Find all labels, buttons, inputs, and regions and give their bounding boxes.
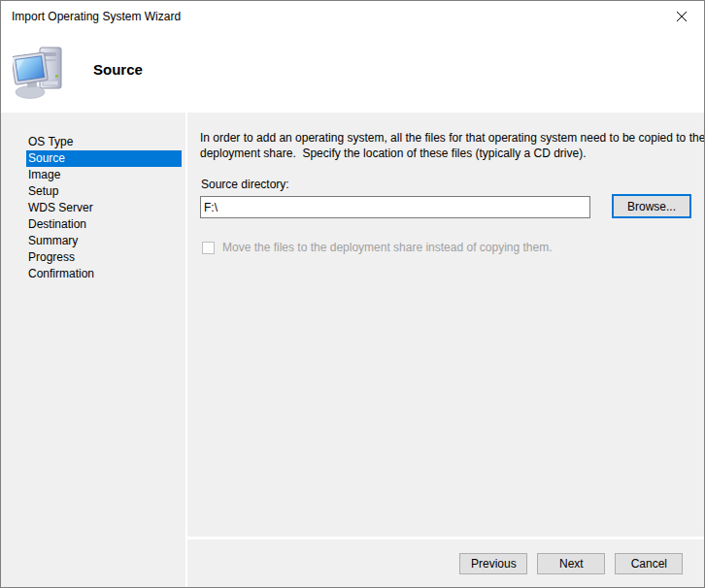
computer-icon xyxy=(13,46,69,100)
browse-button[interactable]: Browse... xyxy=(612,194,691,218)
close-button[interactable] xyxy=(659,1,704,31)
move-files-checkbox-label: Move the files to the deployment share i… xyxy=(222,241,553,254)
window-title: Import Operating System Wizard xyxy=(12,10,181,23)
sidebar-item-os-type[interactable]: OS Type xyxy=(26,134,182,150)
move-files-checkbox-row: Move the files to the deployment share i… xyxy=(200,241,705,254)
source-directory-label: Source directory: xyxy=(200,178,705,191)
sidebar-item-summary[interactable]: Summary xyxy=(26,233,182,249)
wizard-header: Source xyxy=(1,31,704,113)
sidebar-item-progress[interactable]: Progress xyxy=(26,249,182,266)
next-button[interactable]: Next xyxy=(537,553,605,574)
close-icon xyxy=(676,11,688,22)
titlebar: Import Operating System Wizard xyxy=(1,1,704,31)
move-files-checkbox[interactable] xyxy=(202,242,215,254)
footer-button-bar: Previous Next Cancel xyxy=(187,537,705,587)
cancel-button[interactable]: Cancel xyxy=(615,553,683,574)
source-directory-input[interactable] xyxy=(200,196,590,218)
wizard-main-panel: In order to add an operating system, all… xyxy=(187,113,705,587)
sidebar-item-setup[interactable]: Setup xyxy=(26,183,182,200)
sidebar-item-wds-server[interactable]: WDS Server xyxy=(26,200,182,216)
sidebar-item-destination[interactable]: Destination xyxy=(26,216,182,233)
wizard-page-content: In order to add an operating system, all… xyxy=(187,113,705,537)
intro-line-1: In order to add an operating system, all… xyxy=(200,130,705,146)
intro-text: In order to add an operating system, all… xyxy=(200,130,705,161)
intro-line-2: deployment share. Specify the location o… xyxy=(200,146,705,161)
import-os-wizard-window: Import Operating System Wizard xyxy=(0,0,705,588)
wizard-body: OS Type Source Image Setup WDS Server De… xyxy=(1,113,704,587)
sidebar-item-image[interactable]: Image xyxy=(26,167,182,183)
sidebar-item-source[interactable]: Source xyxy=(26,150,182,167)
sidebar-item-confirmation[interactable]: Confirmation xyxy=(26,266,182,282)
previous-button[interactable]: Previous xyxy=(459,553,527,574)
wizard-steps-sidebar: OS Type Source Image Setup WDS Server De… xyxy=(1,113,187,587)
source-directory-row: Browse... xyxy=(200,194,705,218)
page-title: Source xyxy=(93,61,143,78)
